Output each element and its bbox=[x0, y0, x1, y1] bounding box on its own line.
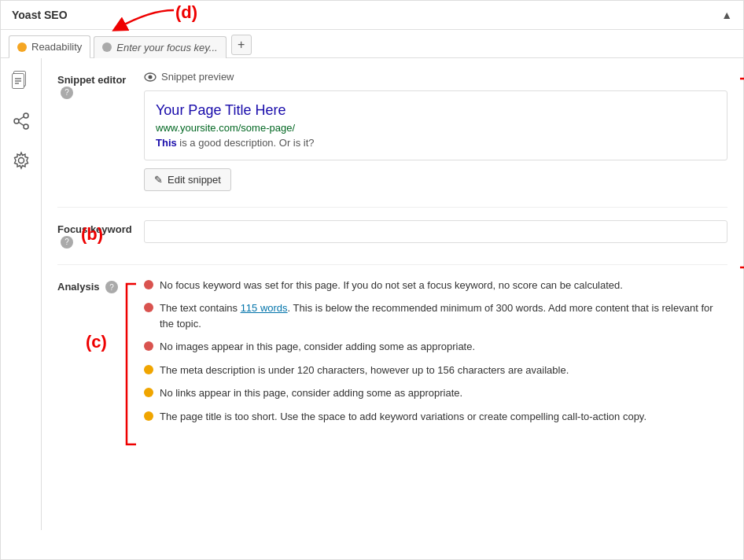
snippet-editor-content: Snippet preview Your Page Title Here www… bbox=[144, 71, 727, 191]
bracket-a-svg bbox=[734, 71, 744, 275]
analysis-item-meta-desc: The meta description is under 120 charac… bbox=[144, 363, 727, 378]
focus-keyword-help-icon[interactable]: ? bbox=[61, 236, 73, 249]
readability-dot bbox=[17, 42, 27, 52]
panel-title: Yoast SEO bbox=[12, 9, 68, 21]
bullet-orange-1 bbox=[144, 365, 153, 374]
share-icon bbox=[12, 112, 31, 131]
analysis-item-meta-desc-text: The meta description is under 120 charac… bbox=[160, 363, 569, 378]
analysis-item-no-links: No links appear in this page, consider a… bbox=[144, 385, 727, 401]
preview-box: Your Page Title Here www.yoursite.com/so… bbox=[144, 90, 727, 160]
analysis-item-no-images: No images appear in this page, consider … bbox=[144, 339, 727, 355]
content-area: Snippet editor ? Snippet preview Your Pa… bbox=[42, 58, 743, 530]
tab-add-button[interactable]: + bbox=[231, 35, 252, 55]
svg-point-15 bbox=[18, 158, 24, 164]
analysis-item-no-links-text: No links appear in this page, consider a… bbox=[160, 385, 462, 401]
yoast-panel: Yoast SEO (d) ▲ Readability Enter your f… bbox=[0, 0, 744, 560]
main-layout: Snippet editor ? Snippet preview Your Pa… bbox=[1, 58, 743, 530]
preview-desc-highlight: This bbox=[156, 137, 177, 149]
snippet-editor-label: Snippet editor bbox=[57, 74, 126, 86]
focus-keyword-content: (b) bbox=[144, 220, 727, 249]
sidebar-icon-document[interactable] bbox=[9, 69, 34, 94]
bullet-orange-2 bbox=[144, 388, 153, 397]
svg-line-14 bbox=[19, 123, 24, 126]
panel-collapse-button[interactable]: ▲ bbox=[721, 9, 732, 21]
analysis-item-text-words: The text contains 115 words. This is bel… bbox=[144, 300, 727, 331]
svg-point-17 bbox=[149, 75, 153, 79]
divider-2 bbox=[57, 264, 727, 265]
snippet-editor-label-container: Snippet editor ? bbox=[57, 71, 144, 191]
bullet-red-2 bbox=[144, 303, 153, 312]
analysis-content: (c) No focus keyword was set for this pa… bbox=[144, 278, 727, 433]
annotation-a-bracket: (a) bbox=[734, 71, 744, 275]
analysis-item-text-words-text: The text contains 115 words. This is bel… bbox=[160, 300, 727, 331]
sidebar-icon-settings[interactable] bbox=[9, 148, 34, 173]
snippet-editor-section: Snippet editor ? Snippet preview Your Pa… bbox=[57, 71, 727, 191]
analysis-item-no-focus-text: No focus keyword was set for this page. … bbox=[160, 278, 623, 293]
settings-icon bbox=[12, 151, 31, 170]
focus-key-dot bbox=[102, 42, 112, 52]
analysis-section: Analysis ? (c) No focus keyword w bbox=[57, 278, 727, 433]
analysis-item-no-focus: No focus keyword was set for this page. … bbox=[144, 278, 727, 293]
svg-point-11 bbox=[14, 119, 19, 123]
analysis-label-container: Analysis ? bbox=[57, 278, 144, 433]
snippet-preview-header: Snippet preview bbox=[144, 71, 727, 83]
readability-label: Readability bbox=[31, 41, 82, 53]
svg-point-12 bbox=[24, 124, 28, 129]
edit-snippet-label: Edit snippet bbox=[168, 174, 221, 186]
text-words-before: The text contains bbox=[160, 302, 241, 314]
focus-keyword-label-container: Focus keyword ? bbox=[57, 220, 144, 249]
text-words-link[interactable]: 115 words bbox=[241, 302, 288, 314]
bullet-red-3 bbox=[144, 341, 153, 351]
tab-focus-key[interactable]: Enter your focus key... bbox=[94, 36, 226, 58]
edit-snippet-button[interactable]: ✎ Edit snippet bbox=[144, 168, 231, 191]
focus-keyword-label: Focus keyword bbox=[57, 223, 132, 235]
bullet-red-1 bbox=[144, 280, 153, 289]
snippet-preview-label: Snippet preview bbox=[161, 71, 234, 83]
annotation-d-label: (d) bbox=[175, 2, 197, 23]
analysis-item-no-images-text: No images appear in this page, consider … bbox=[160, 339, 475, 355]
focus-keyword-section: Focus keyword ? (b) bbox=[57, 220, 727, 249]
snippet-editor-help-icon[interactable]: ? bbox=[61, 87, 73, 99]
analysis-list: No focus keyword was set for this page. … bbox=[144, 278, 727, 425]
eye-icon bbox=[144, 72, 157, 83]
document-icon bbox=[12, 71, 31, 93]
divider-1 bbox=[57, 207, 727, 208]
bullet-orange-3 bbox=[144, 411, 153, 421]
preview-description: This is a good description. Or is it? bbox=[156, 137, 716, 149]
preview-url: www.yoursite.com/some-page/ bbox=[156, 122, 716, 134]
tab-bar: Readability Enter your focus key... + bbox=[1, 30, 743, 58]
sidebar-icon-social[interactable] bbox=[9, 109, 34, 134]
analysis-label: Analysis bbox=[57, 281, 99, 293]
sidebar bbox=[1, 58, 42, 530]
focus-key-label: Enter your focus key... bbox=[116, 42, 217, 53]
tab-readability[interactable]: Readability bbox=[9, 35, 90, 58]
svg-point-10 bbox=[24, 113, 28, 118]
svg-line-13 bbox=[19, 117, 24, 120]
edit-snippet-icon: ✎ bbox=[154, 174, 163, 186]
analysis-item-page-title-short-text: The page title is too short. Use the spa… bbox=[160, 409, 646, 425]
preview-desc-rest: is a good description. Or is it? bbox=[177, 137, 315, 149]
focus-keyword-input[interactable] bbox=[144, 220, 727, 243]
preview-title: Your Page Title Here bbox=[156, 102, 716, 119]
panel-header: Yoast SEO (d) ▲ bbox=[1, 1, 743, 30]
analysis-help-icon[interactable]: ? bbox=[105, 281, 118, 293]
analysis-item-page-title-short: The page title is too short. Use the spa… bbox=[144, 409, 727, 425]
